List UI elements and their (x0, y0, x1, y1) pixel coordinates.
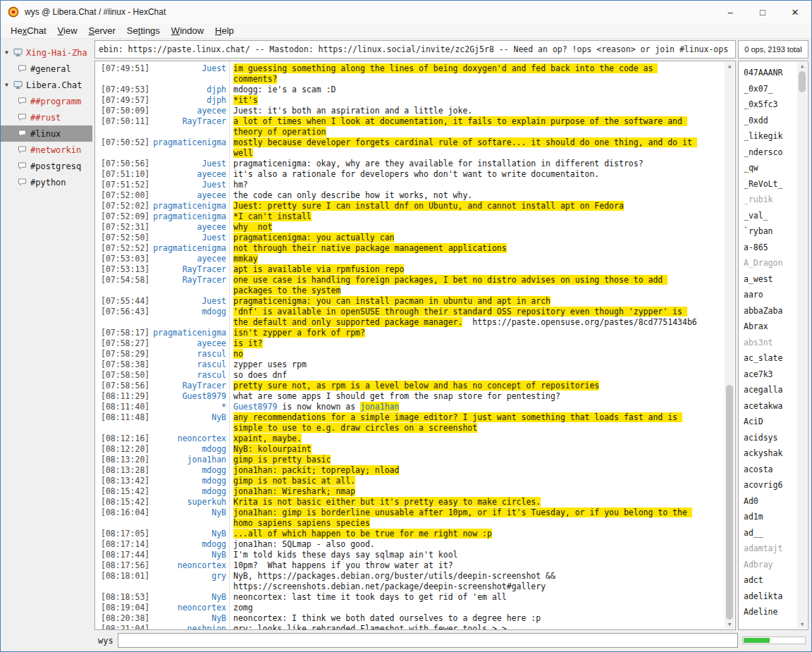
user-list-item[interactable]: ac_slate (744, 350, 796, 367)
message-nick[interactable]: ayecee (152, 106, 226, 116)
tree-item-python[interactable]: #python (1, 174, 92, 190)
message-nick[interactable]: ayecee (152, 222, 226, 233)
message-nick[interactable]: jona1han (152, 455, 226, 465)
message-nick[interactable]: pragmaticenigma (152, 243, 226, 254)
message-nick[interactable]: RayTracer (152, 275, 226, 296)
message-nick[interactable]: mdogg (152, 539, 226, 550)
user-list-item[interactable]: adelikta (744, 589, 796, 605)
scroll-down-icon[interactable]: ▼ (797, 620, 807, 629)
message-nick[interactable]: Juest (152, 63, 226, 85)
user-list-item[interactable]: _qw (744, 160, 796, 176)
user-list-item[interactable]: _val_ (744, 208, 796, 224)
user-list-item[interactable]: acovrig6 (744, 477, 796, 493)
menu-window[interactable]: Window (166, 24, 209, 37)
user-list-item[interactable]: _ReVoLt_ (744, 176, 796, 192)
maximize-button[interactable]: □ (746, 1, 779, 23)
user-list-item[interactable]: adamtajt (744, 541, 796, 557)
message-nick[interactable]: Juest (152, 180, 226, 190)
user-list-item[interactable]: _ndersco (744, 144, 796, 161)
message-nick[interactable]: mdogg (152, 486, 226, 497)
message-nick[interactable]: ayecee (152, 254, 226, 264)
user-list-item[interactable]: acetakwa (744, 398, 796, 414)
user-list-item[interactable]: AciD (744, 414, 796, 430)
scroll-down-icon[interactable]: ▼ (725, 620, 734, 629)
message-nick[interactable]: NyB (152, 412, 226, 433)
user-list-item[interactable]: 047AAANR (744, 65, 796, 81)
message-nick[interactable]: ayecee (152, 169, 226, 180)
scroll-up-icon[interactable]: ▲ (797, 62, 807, 70)
userlist-scrollbar-thumb[interactable] (799, 71, 806, 92)
user-list-item[interactable]: _0xdd (744, 113, 796, 129)
tree-item-rust[interactable]: ##rust (1, 109, 92, 125)
message-nick[interactable]: Guest8979 (152, 391, 226, 402)
message-nick[interactable]: mdogg (152, 465, 226, 476)
tree-item-networkin[interactable]: #networkin (1, 142, 92, 158)
user-list-item[interactable]: _likegik (744, 128, 796, 144)
user-list-item[interactable]: ad1m (744, 509, 796, 525)
message-nick[interactable]: RayTracer (152, 264, 226, 275)
message-nick[interactable]: mdogg (152, 476, 226, 486)
user-list-item[interactable]: acegalla (744, 382, 796, 398)
topic-bar[interactable]: ebin: https://paste.linux.chat/ -- Masto… (94, 40, 736, 59)
menu-view[interactable]: View (52, 24, 83, 37)
tree-item-libera-chat[interactable]: ▼Libera.Chat (1, 77, 92, 93)
menu-settings[interactable]: Settings (121, 24, 166, 37)
user-list-item[interactable]: _0x07_ (744, 81, 796, 97)
minimize-button[interactable]: – (714, 1, 746, 23)
nick-separator-handle[interactable] (229, 61, 230, 629)
menu-help[interactable]: Help (209, 24, 240, 37)
message-input[interactable] (118, 633, 738, 648)
chat-scrollbar[interactable]: ▲ ▼ (725, 62, 734, 629)
tree-item-linux[interactable]: #linux (1, 125, 92, 142)
message-nick[interactable]: djph (152, 85, 226, 95)
message-nick[interactable]: Juest (152, 296, 226, 307)
message-nick[interactable]: rascul (152, 370, 226, 381)
user-list-item[interactable]: Adeline (744, 604, 796, 620)
message-nick[interactable]: ayecee (152, 190, 226, 201)
message-nick[interactable]: rascul (152, 349, 226, 359)
message-nick[interactable]: RayTracer (152, 381, 226, 391)
user-list-item[interactable]: a-865 (744, 240, 796, 256)
message-nick[interactable]: RayTracer (152, 116, 226, 137)
own-nick-label[interactable]: wys (98, 636, 113, 646)
message-nick[interactable]: mdogg (152, 444, 226, 455)
expander-icon[interactable]: ▼ (5, 49, 13, 56)
user-list-item[interactable]: ackyshak (744, 445, 796, 462)
user-list-item[interactable]: adct (744, 572, 796, 589)
user-list-item[interactable]: `ryban (744, 223, 796, 240)
message-nick[interactable]: pragmaticenigma (152, 211, 226, 222)
chat-scrollbar-thumb[interactable] (726, 385, 733, 620)
user-list-item[interactable]: ace7k3 (744, 367, 796, 383)
user-list-item[interactable]: A_Dragon (744, 255, 796, 271)
message-nick[interactable]: gry (152, 571, 226, 592)
message-nick[interactable]: djph (152, 95, 226, 106)
user-list-item[interactable]: _rubik (744, 192, 796, 208)
message-nick[interactable]: pragmaticenigma (152, 201, 226, 211)
user-list-item[interactable]: aaro (744, 287, 796, 303)
tree-item-postgresq[interactable]: #postgresq (1, 158, 92, 174)
menu-hexchat[interactable]: HexChat (5, 24, 52, 37)
message-nick[interactable]: neshpion (152, 624, 226, 630)
message-nick[interactable]: NyB (152, 550, 226, 560)
user-list-item[interactable]: abs3nt (744, 335, 796, 351)
message-nick[interactable]: rascul (152, 359, 226, 370)
user-list-item[interactable]: ad__ (744, 525, 796, 541)
tree-item-general[interactable]: #general (1, 61, 92, 77)
message-nick[interactable]: mdogg (152, 307, 226, 328)
user-list-item[interactable]: acidsys (744, 430, 796, 446)
menu-server[interactable]: Server (83, 24, 121, 37)
message-nick[interactable]: * (152, 402, 226, 412)
expander-icon[interactable]: ▼ (5, 82, 13, 88)
tree-item-programm[interactable]: ##programm (1, 93, 92, 109)
message-nick[interactable]: NyB (152, 592, 226, 603)
message-nick[interactable]: Juest (152, 159, 226, 169)
tree-item-xing-hai-zha[interactable]: ▼Xing-Hai-Zha (1, 44, 92, 61)
message-nick[interactable]: superkuh (152, 497, 226, 508)
message-nick[interactable]: NyB (152, 508, 226, 529)
userlist-scrollbar[interactable]: ▲ ▼ (797, 62, 807, 629)
user-list-item[interactable]: Adbray (744, 557, 796, 573)
message-nick[interactable]: ayecee (152, 338, 226, 349)
message-nick[interactable]: neoncortex (152, 433, 226, 444)
message-nick[interactable]: pragmaticenigma (152, 137, 226, 159)
user-list-item[interactable]: acosta (744, 462, 796, 478)
